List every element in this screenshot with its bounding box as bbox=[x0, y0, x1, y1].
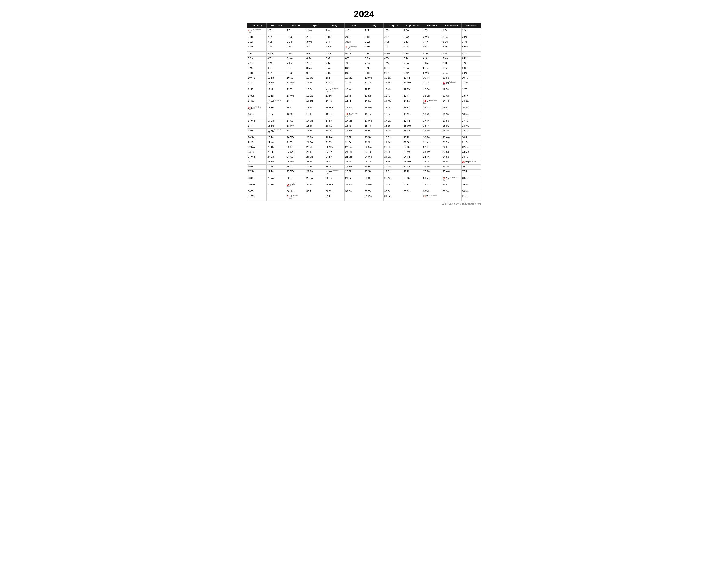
table-row: 14 Su 14 WeValentinesDay 14 Th 14 Su 14 … bbox=[247, 99, 481, 105]
header-june: June bbox=[345, 23, 364, 28]
table-row: 29 Mo 29 Th 29 FrGoodFriday 29 Mo 29 We … bbox=[247, 183, 481, 189]
table-row: 27 Sa 27 Tu 27 We 27 Sa 27 MoMemorialDay… bbox=[247, 169, 481, 176]
table-row: 3 We 3 Sa 3 Su 3 We 3 Fr 3 Mo 3 We 3 Sa … bbox=[247, 40, 481, 45]
header-november: November bbox=[442, 23, 461, 28]
header-july: July bbox=[364, 23, 383, 28]
header-february: February bbox=[267, 23, 286, 28]
table-row: 25 Th 25 Su 25 Mo 25 Th 25 Sa 25 Tu 25 T… bbox=[247, 160, 481, 164]
table-row: 9 Tu 9 Fr 9 Sa 9 Tu 9 Th 9 Su 9 Tu 9 Fr … bbox=[247, 71, 481, 76]
table-row: 7 Su 7 We 7 Th 7 Su 7 Tu 7 Fr 7 Su 7 We … bbox=[247, 61, 481, 66]
table-row: 19 Fr 19 MoPresident'sDay 19 Tu 19 Fr 19… bbox=[247, 129, 481, 135]
header-september: September bbox=[403, 23, 422, 28]
header-october: October bbox=[422, 23, 442, 28]
table-row: 28 Su 28 We 28 Th 28 Su 28 Tu 28 Fr 28 S… bbox=[247, 176, 481, 182]
table-row: 12 Fr 12 Mo 12 Tu 12 Fr 12 SuMother'sDay… bbox=[247, 87, 481, 94]
table-row: 21 Su 21 We 21 Th 21 Su 21 Tu 21 Fr 21 S… bbox=[247, 140, 481, 145]
calendar-table: January February March April May June Ju… bbox=[247, 23, 481, 201]
table-row: 4 Th 4 Su 4 Mo 4 Th 4 Sa 4 TuIndependenc… bbox=[247, 45, 481, 51]
table-row: 17 We 17 Sa 17 Su 17 We 17 Fr 17 Mo 17 W… bbox=[247, 119, 481, 124]
header-august: August bbox=[383, 23, 403, 28]
table-row: 1 MoNew Year'sDay 1 Th 1 Fr 1 Mo 1 We 1 … bbox=[247, 28, 481, 35]
table-row: 16 Tu 16 Fr 16 Sa 16 Tu 16 Th 16 SuFathe… bbox=[247, 112, 481, 119]
table-row: 2 Tu 2 Fr 2 Sa 2 Tu 2 Th 2 Su 2 Tu 2 Fr … bbox=[247, 35, 481, 40]
header-january: January bbox=[247, 23, 267, 28]
table-row: 8 Mo 8 Th 8 Fr 8 Mo 8 We 8 Sa 8 Mo 8 Th … bbox=[247, 66, 481, 71]
table-row: 6 Sa 6 Tu 6 We 6 Sa 6 Mo 6 Th 6 Sa 6 Tu … bbox=[247, 56, 481, 61]
header-december: December bbox=[461, 23, 481, 28]
table-row: 15 MoM L KingDay 15 Th 15 Fr 15 Mo 15 We… bbox=[247, 105, 481, 112]
table-row: 13 Sa 13 Tu 13 We 13 Sa 13 Mo 13 Th 13 S… bbox=[247, 94, 481, 99]
footer-text: Excel Template © calendarlabs.com bbox=[247, 202, 481, 205]
table-row: 30 Tu 30 Sa 30 Tu 30 Th 30 Su 30 Tu 30 F… bbox=[247, 189, 481, 194]
table-row: 18 Th 18 Su 18 Mo 18 Th 18 Sa 18 Tu 18 T… bbox=[247, 124, 481, 129]
table-row: 31 We 31 SuEasterSunday 31 Fr 31 We 31 S… bbox=[247, 194, 481, 201]
header-may: May bbox=[325, 23, 345, 28]
table-row: 22 Mo 22 Th 22 Fr 22 Mo 22 We 22 Sa 22 M… bbox=[247, 145, 481, 150]
header-april: April bbox=[306, 23, 325, 28]
table-row: 10 We 10 Sa 10 Su 10 We 10 Fr 10 Mo 10 W… bbox=[247, 76, 481, 81]
table-row: 26 Fr 26 Mo 26 Tu 26 Fr 26 Su 26 We 26 F… bbox=[247, 164, 481, 169]
header-march: March bbox=[286, 23, 306, 28]
table-row: 24 We 24 Sa 24 Su 24 We 24 Fr 24 Mo 24 W… bbox=[247, 155, 481, 160]
table-row: 23 Tu 23 Fr 23 Sa 23 Tu 23 Th 23 Su 23 T… bbox=[247, 150, 481, 155]
table-row: 20 Sa 20 Tu 20 We 20 Sa 20 Mo 20 Th 20 S… bbox=[247, 135, 481, 140]
page-title: 2024 bbox=[247, 9, 481, 19]
table-row: 5 Fr 5 Mo 5 Tu 5 Fr 5 Su 5 We 5 Fr 5 Mo … bbox=[247, 51, 481, 56]
table-row: 11 Th 11 Su 11 Mo 11 Th 11 Sa 11 Tu 11 T… bbox=[247, 81, 481, 87]
